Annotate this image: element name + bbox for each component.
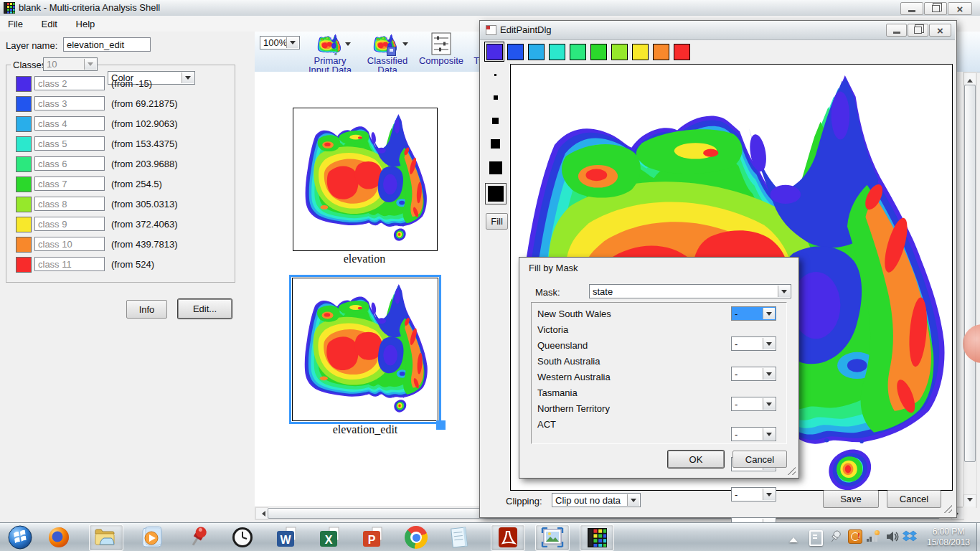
maximize-button[interactable] [924, 2, 947, 15]
mask-resize-grip[interactable] [786, 465, 796, 475]
editpaint-close-button[interactable]: × [929, 24, 951, 37]
thumbnail-elevation-edit[interactable] [289, 275, 441, 424]
minimize-button[interactable] [900, 2, 923, 15]
class-name-input[interactable]: class 7 [34, 176, 105, 191]
taskbar-adobe-reader[interactable] [491, 524, 525, 551]
mask-combo-arrow[interactable] [778, 286, 790, 297]
classes-count-arrow[interactable] [84, 59, 96, 70]
palette-swatch-5[interactable] [590, 44, 607, 60]
clipping-combo-arrow[interactable] [627, 494, 639, 506]
brush-size-6-selected[interactable] [485, 183, 507, 204]
brush-size-4[interactable] [491, 139, 500, 149]
state-color-combo-nsw[interactable]: - [731, 306, 776, 321]
class-name-input[interactable]: class 6 [34, 156, 105, 171]
state-color-combo-nt[interactable]: - [731, 487, 776, 501]
editpaint-resize-grip[interactable] [942, 503, 952, 513]
class-name-input[interactable]: class 3 [34, 96, 105, 110]
tray-volume-icon[interactable] [885, 529, 900, 544]
info-button[interactable]: Info [126, 300, 167, 319]
state-combo-arrow[interactable] [763, 428, 775, 440]
taskbar-media-player[interactable] [141, 526, 164, 549]
save-button[interactable]: Save [823, 490, 879, 508]
tray-network-warning-icon[interactable]: ! [848, 529, 862, 544]
palette-swatch-2[interactable] [528, 44, 545, 60]
taskbar-image-viewer[interactable] [535, 524, 570, 551]
state-combo-arrow[interactable] [763, 489, 775, 500]
classes-count-combo[interactable]: 10 [43, 57, 98, 71]
zoom-combo-arrow[interactable] [286, 37, 298, 48]
state-color-combo-sa[interactable]: - [731, 397, 776, 411]
fill-button[interactable]: Fill [486, 213, 508, 230]
class-color-swatch[interactable] [16, 136, 32, 152]
primary-input-data-dropdown-icon[interactable] [345, 42, 351, 49]
menu-file[interactable]: File [0, 16, 31, 32]
taskbar-pushpin[interactable] [187, 525, 211, 550]
palette-swatch-7[interactable] [632, 44, 649, 60]
taskbar-excel[interactable]: X [319, 526, 341, 549]
zoom-combo[interactable]: 100% [260, 36, 300, 50]
toolbar-classified-data[interactable]: ClassifiedData [359, 32, 415, 71]
scroll-up-button[interactable] [963, 72, 976, 85]
edit-button[interactable]: Edit... [178, 299, 232, 319]
brush-size-2[interactable] [494, 95, 498, 100]
taskbar-word[interactable]: W [275, 526, 298, 549]
taskbar-powerpoint[interactable]: P [362, 526, 385, 549]
start-button[interactable] [7, 524, 33, 550]
taskbar-chrome[interactable] [405, 526, 428, 549]
mask-combo[interactable]: state [589, 284, 791, 298]
menu-help[interactable]: Help [68, 16, 103, 32]
class-name-input[interactable]: class 5 [34, 136, 105, 151]
class-color-swatch[interactable] [16, 257, 32, 273]
tray-power-icon[interactable] [809, 530, 823, 546]
editpaint-minimize-button[interactable] [886, 24, 907, 37]
brush-size-3[interactable] [492, 118, 499, 124]
tray-pin-icon[interactable] [828, 529, 844, 545]
palette-swatch-3[interactable] [549, 44, 565, 60]
class-color-swatch[interactable] [16, 96, 32, 112]
class-name-input[interactable]: class 9 [34, 217, 105, 231]
class-color-swatch[interactable] [16, 116, 32, 132]
thumbnail-elevation[interactable] [293, 108, 438, 251]
clipping-combo[interactable]: Clip out no data [552, 493, 641, 507]
show-desktop-button[interactable] [977, 523, 980, 551]
taskbar-clock-app[interactable] [231, 526, 254, 549]
state-combo-arrow[interactable] [763, 338, 775, 349]
scroll-left-button[interactable] [255, 507, 268, 519]
scroll-down-button[interactable] [963, 494, 976, 507]
editpaint-maximize-button[interactable] [908, 24, 928, 37]
state-combo-arrow[interactable] [763, 308, 775, 319]
state-combo-arrow[interactable] [763, 398, 775, 410]
palette-swatch-8[interactable] [653, 44, 669, 60]
class-color-swatch[interactable] [16, 217, 32, 232]
class-name-input[interactable]: class 11 [34, 257, 105, 271]
class-name-input[interactable]: class 10 [34, 237, 105, 251]
class-color-swatch[interactable] [16, 176, 32, 192]
state-color-combo-qld[interactable]: - [731, 367, 776, 381]
menu-edit[interactable]: Edit [34, 16, 65, 32]
classified-data-dropdown-icon[interactable] [402, 42, 408, 49]
class-color-swatch[interactable] [16, 237, 32, 253]
taskbar-notepad[interactable] [448, 526, 471, 549]
palette-swatch-6[interactable] [611, 44, 628, 60]
class-color-swatch[interactable] [16, 76, 32, 92]
class-name-input[interactable]: class 8 [34, 197, 105, 211]
mask-ok-button[interactable]: OK [668, 451, 724, 468]
tray-dropbox-icon[interactable] [903, 529, 917, 544]
state-color-combo-wa[interactable]: - [731, 427, 776, 441]
taskbar-explorer[interactable] [89, 524, 123, 551]
taskbar-firefox[interactable] [47, 526, 70, 549]
palette-swatch-1[interactable] [507, 44, 524, 60]
vertical-scroll-thumb[interactable] [964, 85, 976, 462]
brush-size-5[interactable] [489, 161, 502, 174]
fill-by-mask-titlebar[interactable]: Fill by Mask [519, 258, 798, 276]
tray-signal-icon[interactable] [867, 530, 881, 543]
mask-cancel-button[interactable]: Cancel [732, 451, 787, 468]
state-color-combo-vic[interactable]: - [731, 336, 776, 351]
palette-swatch-4[interactable] [570, 44, 586, 60]
state-combo-arrow[interactable] [763, 368, 775, 380]
class-name-input[interactable]: class 4 [34, 116, 105, 131]
toolbar-primary-input-data[interactable]: PrimaryInput Data [302, 32, 358, 71]
editpaint-titlebar[interactable]: EditPaintDlg × [480, 21, 955, 40]
close-button[interactable]: × [948, 2, 972, 15]
taskbar-mcas-app[interactable] [580, 524, 614, 551]
